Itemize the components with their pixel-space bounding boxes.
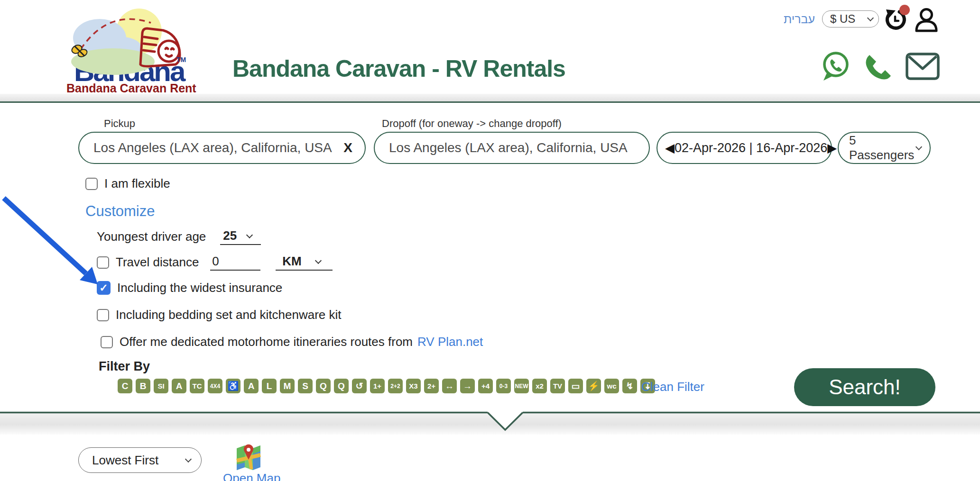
clear-pickup-button[interactable]: X — [343, 140, 352, 155]
filter-icon-wc[interactable]: wc — [604, 379, 619, 393]
chevron-down-icon — [867, 15, 874, 21]
travel-distance-input[interactable] — [212, 254, 255, 269]
clean-filter-link[interactable]: Clean Filter — [641, 380, 704, 394]
travel-distance-checkbox[interactable] — [97, 256, 109, 269]
driver-age-select[interactable]: 25 — [220, 228, 261, 245]
distance-unit-value: KM — [282, 254, 301, 269]
pickup-label: Pickup — [104, 118, 135, 130]
filter-icon-sleeps-x3[interactable]: X3 — [406, 379, 421, 393]
bedding-checkbox[interactable] — [97, 309, 109, 321]
filter-icons-row: CBSIATC4X4♿ALMSQQ↺1+2+2X32+↔→+40-3NEWx2T… — [118, 379, 655, 393]
language-switch-link[interactable]: עברית — [784, 12, 815, 26]
flexible-checkbox[interactable] — [85, 178, 98, 190]
travel-distance-field — [210, 254, 260, 271]
filter-icon-truck-camper[interactable]: TC — [190, 379, 204, 393]
passengers-value: 5 Passengers — [849, 133, 916, 163]
filter-icon-width[interactable]: ↔ — [442, 379, 457, 393]
page: Bandana TM Bandana Caravan Rent Bandana … — [0, 0, 980, 481]
filter-icon-automatic[interactable]: A — [244, 379, 259, 393]
email-icon[interactable] — [905, 52, 940, 81]
filter-icon-small-rv[interactable]: S — [298, 379, 313, 393]
contact-icons — [821, 51, 942, 82]
flexible-label: I am flexible — [104, 176, 170, 191]
filter-icon-quick-c[interactable]: Q — [334, 379, 349, 393]
filter-icon-wheelchair-accessible[interactable]: ♿ — [226, 379, 240, 393]
chevron-down-icon — [246, 231, 253, 238]
chevron-down-icon — [185, 456, 192, 463]
dropoff-label: Dropoff (for oneway -> change dropoff) — [382, 118, 562, 130]
chevron-down-icon — [315, 257, 322, 263]
logo-trademark: TM — [176, 56, 186, 64]
dropoff-field — [374, 132, 650, 164]
currency-value: $ US — [830, 12, 855, 26]
page-title: Bandana Caravan - RV Rentals — [232, 55, 565, 82]
insurance-label: Including the widest insurance — [117, 281, 282, 295]
filter-icon-seats-2plus2[interactable]: 2+2 — [388, 379, 403, 393]
sort-order-select[interactable]: Lowest First — [78, 447, 202, 473]
date-range-value[interactable]: 02-Apr-2026 | 16-Apr-2026 — [675, 141, 827, 155]
whatsapp-icon[interactable] — [821, 51, 850, 82]
filter-icon-a-class[interactable]: A — [172, 379, 186, 393]
account-button[interactable] — [914, 8, 939, 31]
passengers-select[interactable]: 5 Passengers — [838, 132, 931, 164]
filter-icon-swap[interactable]: ↺ — [352, 379, 367, 393]
history-button[interactable] — [882, 6, 909, 32]
rv-plan-link[interactable]: RV Plan.net — [417, 335, 483, 349]
filter-icon-semi-integrated[interactable]: SI — [154, 379, 168, 393]
filter-icon-one-way[interactable]: → — [460, 379, 475, 393]
dates-next-icon[interactable]: ▶ — [827, 141, 837, 155]
driver-age-value: 25 — [223, 228, 237, 243]
bedding-label: Including bedding set and kitchenware ki… — [116, 308, 342, 322]
filter-icon-driver-plus[interactable]: 1+ — [370, 379, 385, 393]
filter-icon-shower[interactable]: ↯ — [622, 379, 637, 393]
pickup-field: X — [78, 132, 366, 164]
distance-unit-select[interactable]: KM — [276, 254, 333, 271]
filter-icon-family[interactable]: x2 — [532, 379, 547, 393]
insurance-checkbox[interactable]: ✓ — [97, 281, 111, 295]
filter-icon-quick-y[interactable]: Q — [316, 379, 331, 393]
phone-icon[interactable] — [863, 52, 892, 81]
map-icon — [235, 444, 262, 470]
dates-prev-icon[interactable]: ◀ — [665, 141, 675, 155]
filter-icon-plus-4[interactable]: +4 — [478, 379, 493, 393]
date-range-field[interactable]: ◀ 02-Apr-2026 | 16-Apr-2026 ▶ — [656, 132, 832, 164]
filter-icon-large-rv[interactable]: L — [262, 379, 277, 393]
filter-icon-new-rv[interactable]: NEW — [514, 379, 529, 393]
customize-link[interactable]: Customize — [85, 203, 155, 220]
pickup-input[interactable] — [93, 140, 340, 155]
itineraries-label: Offer me dedicated motorhome itineraries… — [120, 335, 413, 349]
filter-icon-b-class[interactable]: B — [136, 379, 150, 393]
currency-select[interactable]: $ US — [822, 10, 879, 27]
checkmark-icon: ✓ — [99, 282, 108, 294]
chevron-down-icon — [915, 144, 922, 150]
person-icon — [914, 8, 939, 32]
site-logo[interactable]: Bandana TM Bandana Caravan Rent — [61, 4, 198, 94]
open-map-button[interactable] — [235, 444, 262, 470]
filter-icon-tv[interactable]: TV — [550, 379, 565, 393]
filter-icon-bed[interactable]: ▭ — [568, 379, 583, 393]
driver-age-label: Youngest driver age — [97, 229, 206, 244]
logo-caption: Bandana Caravan Rent — [66, 82, 196, 95]
sort-order-value: Lowest First — [92, 453, 158, 468]
divider-chevron-icon — [0, 411, 980, 433]
filter-by-label: Filter By — [99, 359, 150, 374]
open-map-link[interactable]: Open Map — [223, 471, 280, 481]
filter-icon-medium-rv[interactable]: M — [280, 379, 295, 393]
filter-icon-4x4[interactable]: 4X4 — [208, 379, 222, 393]
itineraries-checkbox[interactable] — [101, 336, 113, 348]
filter-icon-ages-0-3[interactable]: 0-3 — [496, 379, 511, 393]
dropoff-input[interactable] — [389, 140, 637, 155]
search-button[interactable]: Search! — [794, 368, 935, 406]
notification-badge — [899, 5, 910, 15]
travel-distance-label: Travel distance — [116, 255, 199, 270]
filter-icon-power[interactable]: ⚡ — [586, 379, 601, 393]
filter-icon-family-plus[interactable]: 2+ — [424, 379, 439, 393]
filter-icon-c-class[interactable]: C — [118, 379, 132, 393]
